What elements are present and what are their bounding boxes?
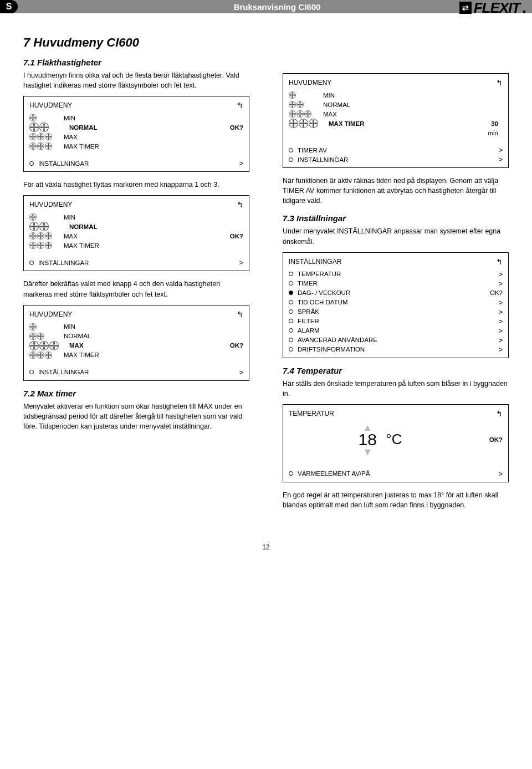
back-icon: ↰: [237, 200, 243, 209]
screen-main-normal-selected: HUVUDMENY↰ MIN NORMALOK? MAX MAX TIMER I…: [23, 96, 249, 172]
row-maxtimer: MAX TIMER: [329, 120, 488, 127]
back-icon: ↰: [496, 409, 503, 418]
fan-icon: [304, 110, 311, 118]
bullet-icon: [289, 338, 293, 342]
screen-main-cursor-max: HUVUDMENY↰ MIN NORMAL MAXOK? MAX TIMER I…: [23, 195, 249, 271]
row-timer-av: TIMER AV: [298, 147, 327, 154]
doc-title: Bruksanvisning CI600: [22, 2, 532, 12]
settings-tiddatum: TID OCH DATUM: [298, 299, 348, 305]
chevron-right-icon: >: [498, 308, 503, 316]
settings-filter: FILTER: [298, 318, 319, 324]
bullet-icon: [289, 148, 293, 152]
screen-title: HUVUDMENY: [29, 310, 72, 318]
chevron-right-icon: >: [498, 336, 503, 344]
section-7-4-p2: En god regel är att temperaturen justera…: [283, 490, 509, 510]
back-icon: ↰: [237, 101, 243, 110]
settings-dagveckour: DAG- / VECKOUR: [298, 289, 350, 296]
right-p-timer: När funktionen är aktiv räknas tiden ned…: [283, 176, 509, 206]
ok-label: OK?: [230, 233, 243, 240]
row-settings: INSTÄLLNINGAR: [38, 160, 89, 167]
screen-temperature: TEMPERATUR↰ ▲ 18 ▼ °C OK? VÄRMEELEMENT A…: [283, 404, 509, 482]
chevron-right-icon: >: [239, 159, 243, 167]
section-7-4-heading: 7.4 Temperatur: [283, 366, 509, 375]
screen-main-max-selected: HUVUDMENY↰ MIN NORMAL MAXOK? MAX TIMER I…: [23, 305, 249, 381]
screen-main-maxtimer-selected: HUVUDMENY↰ MIN NORMAL MAX MAX TIMER30 mi…: [283, 73, 509, 168]
row-settings: INSTÄLLNINGAR: [38, 369, 89, 375]
row-min: MIN: [64, 115, 243, 121]
bullet-icon: [29, 370, 34, 374]
temp-spinner-icon: ▲ 18 ▼: [354, 426, 381, 454]
row-min: MIN: [64, 323, 243, 330]
ok-label: OK?: [490, 289, 503, 296]
bullet-icon: [289, 319, 293, 323]
fan-icon: [37, 352, 44, 359]
bullet-icon: [289, 272, 293, 276]
row-varmeelement: VÄRMEELEMENT AV/PÅ: [298, 470, 370, 477]
bullet-filled-icon: [289, 291, 293, 295]
fan-icon: [49, 341, 59, 350]
section-7-2-heading: 7.2 Max timer: [23, 389, 249, 398]
section-7-3-p1: Under menyvalet INSTÄLLNINGAR anpassar m…: [283, 226, 509, 246]
fan-icon: [45, 142, 52, 150]
fan-icon: [37, 142, 44, 150]
ok-label: OK?: [230, 342, 243, 349]
bullet-icon: [289, 328, 293, 333]
chevron-right-icon: >: [498, 317, 503, 325]
fan-icon: [37, 333, 44, 340]
section-7-2-p1: Menyvalet aktiverar en funktion som ökar…: [23, 401, 249, 431]
row-min: MIN: [64, 214, 243, 221]
fan-icon: [29, 213, 37, 221]
fan-icon: [29, 242, 37, 249]
brand-name: FLEXIT: [474, 0, 520, 17]
screen-title: HUVUDMENY: [289, 79, 331, 86]
fan-icon: [29, 123, 39, 132]
fan-icon: [299, 119, 308, 128]
section-7-1-p3: Därefter bekräftas valet med knapp 4 och…: [23, 279, 249, 299]
bullet-icon: [289, 281, 293, 286]
section-7-1-p2: För att växla hastighet flyttas markören…: [23, 180, 249, 190]
section-7-4-p1: Här ställs den önskade temperaturen på l…: [283, 379, 509, 399]
row-normal: NORMAL: [323, 101, 503, 108]
header-band: S Bruksanvisning CI600 ⇄ FLEXIT.: [0, 0, 532, 13]
chevron-right-icon: >: [498, 345, 503, 354]
chevron-right-icon: >: [498, 298, 503, 307]
brand-icon: ⇄: [459, 2, 472, 14]
row-maxtimer: MAX TIMER: [64, 242, 243, 249]
row-maxtimer: MAX TIMER: [64, 352, 243, 358]
fan-icon: [289, 119, 298, 128]
bullet-icon: [289, 309, 293, 314]
fan-icon: [296, 101, 304, 108]
fan-icon: [29, 352, 37, 359]
chevron-right-icon: >: [498, 279, 503, 288]
screen-title: INSTÄLLNINGAR: [289, 258, 341, 266]
settings-avancerad: AVANCERAD ANVÄNDARE: [298, 337, 377, 343]
back-icon: ↰: [496, 78, 503, 87]
fan-icon: [309, 119, 318, 128]
fan-icon: [289, 91, 296, 99]
fan-icon: [37, 232, 44, 240]
fan-icon: [45, 232, 52, 240]
fan-icon: [39, 123, 49, 132]
temp-unit: °C: [386, 431, 402, 448]
bullet-icon: [289, 300, 293, 304]
fan-icon: [37, 242, 44, 249]
chevron-right-icon: >: [498, 155, 503, 164]
bullet-icon: [289, 157, 293, 162]
row-max: MAX: [64, 134, 243, 140]
section-7-1-heading: 7.1 Fläkthastigheter: [23, 58, 249, 67]
section-7-3-heading: 7.3 Inställningar: [283, 213, 509, 223]
row-settings: INSTÄLLNINGAR: [298, 156, 348, 163]
fan-icon: [39, 341, 49, 350]
fan-icon: [29, 222, 39, 231]
fan-icon: [29, 232, 37, 240]
settings-alarm: ALARM: [298, 327, 320, 334]
fan-icon: [29, 333, 37, 340]
chevron-right-icon: >: [239, 368, 243, 376]
ok-label: OK?: [230, 124, 243, 131]
chevron-right-icon: >: [239, 258, 243, 267]
row-min: MIN: [323, 92, 503, 99]
row-maxtimer: MAX TIMER: [64, 143, 243, 150]
row-normal: NORMAL: [69, 223, 243, 230]
fan-icon: [37, 133, 44, 140]
chevron-right-icon: >: [498, 146, 503, 154]
